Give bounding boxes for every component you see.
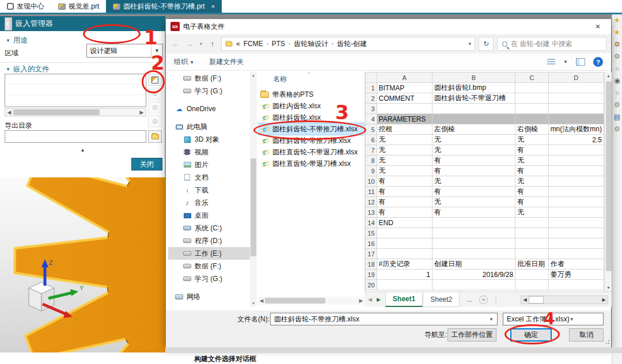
up-icon[interactable]: ↑ — [207, 39, 218, 48]
sidebar-item[interactable]: ♪音乐 — [168, 196, 250, 209]
refresh-button[interactable]: ↻ — [479, 37, 494, 51]
paste-embedded-file-button[interactable]: ⚙ — [148, 115, 162, 127]
breadcrumb-segment[interactable]: FCME — [244, 40, 263, 48]
star-icon[interactable]: ★ — [614, 29, 620, 36]
panel-collapse-arrow[interactable]: ▲ — [0, 147, 165, 153]
sheet-tab[interactable]: Sheet2 — [423, 293, 460, 307]
chevron-down-icon[interactable]: ▾ — [468, 41, 471, 47]
sidebar-item[interactable]: 文档 — [168, 171, 250, 184]
sheet-tab[interactable]: Sheet1 — [385, 293, 423, 307]
recent-chevron-icon[interactable]: ▾ — [198, 41, 204, 47]
scrollbar-thumb[interactable] — [606, 81, 612, 271]
embedded-files-hscrollbar[interactable]: ◀ ▶ — [5, 108, 146, 116]
file-row[interactable]: e圆柱斜齿轮-带推刀槽.xlsx — [258, 135, 365, 146]
file-row[interactable]: e圆柱斜齿轮.xlsx — [258, 112, 365, 123]
sidebar-item[interactable]: ☁OneDrive — [168, 103, 250, 115]
scrollbar-thumb[interactable] — [265, 298, 325, 304]
embedded-files-list[interactable] — [5, 74, 146, 107]
tool-icon[interactable]: ⚙ — [614, 53, 620, 60]
find-icon[interactable]: ◉ — [614, 77, 620, 84]
work-part-location-button[interactable]: 工作部件位置 — [447, 328, 496, 342]
scroll-up-icon[interactable]: ▲ — [605, 72, 612, 79]
sidebar-item[interactable]: 程序 (D:) — [168, 234, 250, 247]
sidebar-item[interactable]: 学习 (G:) — [168, 85, 250, 97]
part-navigator-icon[interactable]: ▤ — [614, 113, 620, 120]
favorites-star-icon[interactable]: ★ — [614, 17, 620, 24]
history-icon[interactable]: ○ — [615, 65, 619, 72]
breadcrumb-segment[interactable]: 齿轮-创建 — [337, 39, 367, 49]
add-embedded-file-button[interactable] — [148, 74, 162, 86]
dialog-close-icon[interactable]: × — [589, 22, 606, 31]
edit-embedded-file-button[interactable]: ⚙ — [148, 101, 162, 113]
embedded-files-section-header[interactable]: ▼ 嵌入的文件 — [6, 65, 49, 74]
name-column-header[interactable]: 名称 ^ — [258, 72, 365, 89]
sidebar-item[interactable]: 图片 — [168, 158, 250, 171]
scroll-down-icon[interactable]: ▼ — [605, 284, 612, 291]
organize-menu[interactable]: 组织 ▼ — [174, 57, 194, 67]
new-folder-button[interactable]: 新建文件夹 — [209, 57, 244, 67]
file-row[interactable]: 带表格的PTS — [258, 89, 365, 100]
scrollbar-thumb[interactable] — [251, 158, 256, 256]
sheet-hscrollbar[interactable]: ◀ ▶ — [521, 295, 608, 304]
preview-vscrollbar[interactable]: ▲ ▼ — [604, 72, 612, 291]
scroll-left-icon[interactable]: ◀ — [258, 298, 265, 304]
clock-icon[interactable]: ○ — [615, 89, 619, 96]
file-row[interactable]: e圆柱直齿轮-不带退刀槽.xlsx — [258, 146, 365, 158]
breadcrumb-segment[interactable]: 齿轮轴设计 — [294, 39, 328, 49]
panel-close-button[interactable]: 关闭 — [131, 158, 162, 170]
file-row[interactable]: e圆柱斜齿轮-不带推刀槽.xlsx — [258, 123, 365, 135]
sidebar-item[interactable]: 桌面 — [168, 209, 250, 222]
file-list-hscrollbar[interactable]: ◀ ▶ — [258, 297, 365, 305]
sidebar-scrollbar[interactable]: ▲ ▼ — [250, 72, 257, 307]
sidebar-item[interactable]: ↓下载 — [168, 184, 250, 196]
scroll-up-icon[interactable]: ▲ — [250, 72, 257, 79]
close-icon[interactable]: × — [5, 17, 10, 31]
tab-close-icon[interactable]: × — [211, 3, 215, 10]
wrench-icon[interactable]: ⚙ — [614, 41, 620, 48]
sidebar-item[interactable]: 此电脑 — [168, 120, 250, 133]
purpose-section-header[interactable]: ▼ 用途 — [6, 36, 28, 46]
scrollbar-thumb[interactable] — [529, 296, 544, 304]
file-row[interactable]: e圆柱内齿轮.xlsx — [258, 100, 365, 112]
sidebar-item[interactable]: 工作 (E:) — [168, 247, 250, 260]
address-bar[interactable]: «FCME›PTS›齿轮轴设计›齿轮-创建 ▾ — [221, 37, 475, 51]
preview-pane-icon[interactable] — [576, 58, 585, 66]
sidebar-item[interactable]: 视频 — [168, 146, 250, 158]
assembly-icon[interactable]: ⚙ — [614, 101, 620, 108]
sheet-more[interactable]: ... — [464, 293, 475, 307]
back-icon[interactable]: ← — [170, 39, 181, 48]
scroll-right-icon[interactable]: ▶ — [358, 298, 365, 304]
search-input[interactable]: 在 齿轮-创建 中搜索 — [497, 37, 606, 51]
list-view-icon[interactable] — [547, 59, 555, 66]
help-icon[interactable]: ? — [593, 57, 603, 67]
sheet-next-icon[interactable]: ▶ — [377, 297, 381, 302]
scroll-right-icon[interactable]: ▶ — [600, 297, 608, 302]
sidebar-item[interactable]: 系统 (C:) — [168, 222, 250, 234]
file-row[interactable]: e圆柱直齿轮-带退刀槽.xlsx — [258, 158, 365, 169]
ok-button[interactable]: 确定 — [510, 328, 552, 342]
scroll-left-icon[interactable]: ◀ — [5, 109, 13, 115]
view-chevron-icon[interactable]: ▼ — [563, 59, 568, 65]
graphics-viewport[interactable]: ZYX — [0, 177, 165, 352]
update-embedded-file-button[interactable]: ⚙ — [148, 88, 162, 100]
scroll-down-icon[interactable]: ▼ — [250, 300, 257, 307]
file-type-dropdown[interactable]: Excel 工作簿 (*.xlsx) ▼ — [503, 313, 604, 325]
add-sheet-icon[interactable]: + — [479, 295, 488, 304]
window-tab[interactable]: 发现中心 — [0, 0, 51, 13]
scroll-left-icon[interactable]: ◀ — [521, 297, 529, 302]
browse-folder-button[interactable] — [148, 130, 162, 143]
sidebar-item[interactable]: 学习 (G:) — [168, 272, 250, 285]
scroll-right-icon[interactable]: ▶ — [138, 109, 146, 115]
window-tab[interactable]: 圆柱斜齿轮-不带推刀槽.prt× — [106, 0, 222, 13]
window-tab[interactable]: 视觉差.prt — [51, 0, 106, 13]
scrollbar-thumb[interactable] — [13, 109, 100, 115]
filename-input[interactable]: 圆柱斜齿轮-不带推刀槽.xlsx ▼ — [270, 313, 498, 325]
export-dir-input[interactable] — [5, 130, 146, 143]
sidebar-item[interactable]: 数据 (F:) — [168, 260, 250, 272]
sheet-prev-icon[interactable]: ◀ — [368, 297, 372, 302]
sidebar-item[interactable]: 网络 — [168, 290, 250, 303]
resize-grip[interactable] — [605, 340, 609, 345]
sidebar-item[interactable]: 3D 对象 — [168, 133, 250, 146]
gear-clock-icon[interactable]: ⚙ — [614, 126, 620, 132]
region-dropdown[interactable]: 设计逻辑 ▼ — [86, 44, 163, 58]
